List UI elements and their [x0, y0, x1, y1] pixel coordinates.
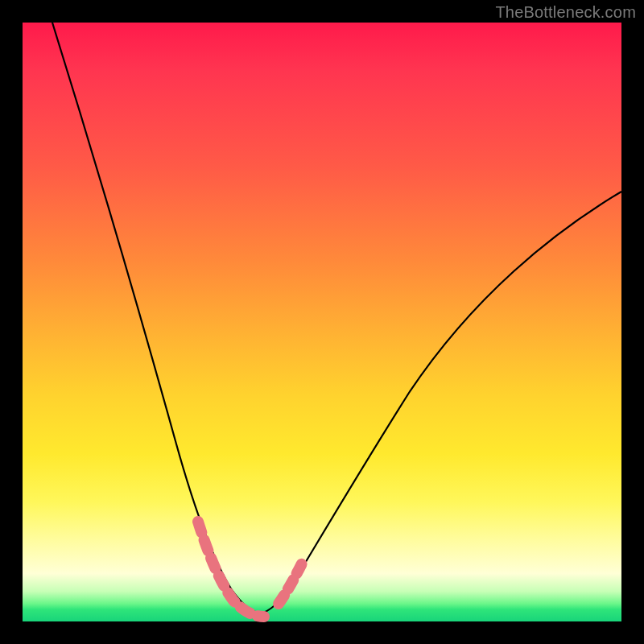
- curve-layer: [23, 23, 621, 621]
- watermark-text: TheBottleneck.com: [495, 3, 636, 22]
- bottleneck-curve: [52, 23, 621, 613]
- outer-frame: TheBottleneck.com: [0, 0, 644, 644]
- plot-area: [23, 23, 621, 621]
- valley-marker-left: [198, 522, 264, 617]
- valley-marker-right: [279, 562, 303, 604]
